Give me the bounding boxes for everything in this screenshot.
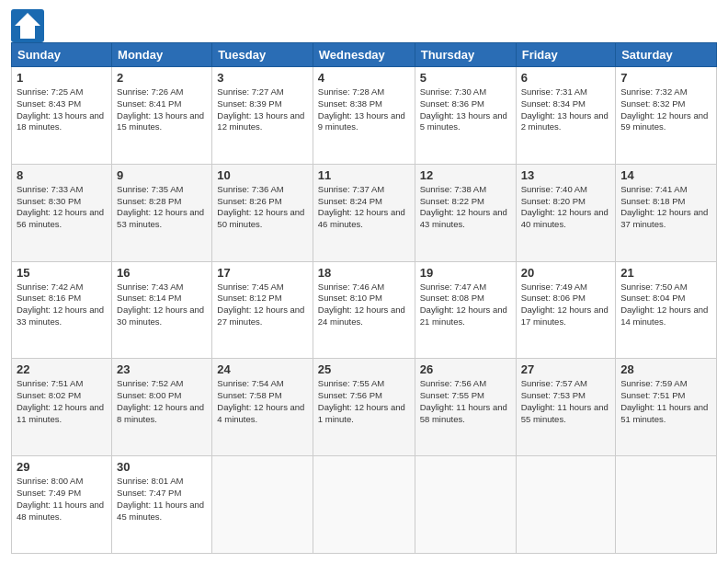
calendar-cell: 11Sunrise: 7:37 AMSunset: 8:24 PMDayligh…: [313, 164, 415, 261]
day-number: 15: [17, 266, 107, 280]
day-info: Sunrise: 7:49 AMSunset: 8:06 PMDaylight:…: [521, 282, 611, 328]
day-number: 4: [318, 71, 410, 85]
day-number: 9: [117, 168, 207, 182]
day-info: Sunrise: 7:40 AMSunset: 8:20 PMDaylight:…: [521, 184, 611, 231]
day-info: Sunrise: 7:43 AMSunset: 8:14 PMDaylight:…: [117, 282, 207, 328]
day-info: Sunrise: 7:46 AMSunset: 8:10 PMDaylight:…: [318, 282, 410, 328]
week-row-5: 29Sunrise: 8:00 AMSunset: 7:49 PMDayligh…: [12, 456, 717, 554]
day-number: 25: [318, 362, 410, 376]
day-of-week-wednesday: Wednesday: [313, 43, 415, 67]
day-info: Sunrise: 7:41 AMSunset: 8:18 PMDaylight:…: [620, 184, 711, 231]
day-number: 6: [521, 71, 611, 85]
day-info: Sunrise: 7:42 AMSunset: 8:16 PMDaylight:…: [17, 282, 107, 328]
calendar-cell: 29Sunrise: 8:00 AMSunset: 7:49 PMDayligh…: [12, 456, 112, 554]
day-number: 26: [420, 362, 511, 376]
calendar-cell: 15Sunrise: 7:42 AMSunset: 8:16 PMDayligh…: [12, 261, 112, 359]
day-info: Sunrise: 7:30 AMSunset: 8:36 PMDaylight:…: [420, 86, 511, 133]
calendar-cell: 23Sunrise: 7:52 AMSunset: 8:00 PMDayligh…: [112, 359, 212, 456]
day-info: Sunrise: 8:00 AMSunset: 7:49 PMDaylight:…: [17, 476, 107, 523]
day-info: Sunrise: 7:33 AMSunset: 8:30 PMDaylight:…: [17, 184, 107, 231]
day-number: 29: [17, 460, 107, 474]
calendar-cell: 27Sunrise: 7:57 AMSunset: 7:53 PMDayligh…: [516, 359, 616, 456]
week-row-3: 15Sunrise: 7:42 AMSunset: 8:16 PMDayligh…: [12, 261, 717, 359]
day-of-week-monday: Monday: [112, 43, 212, 67]
day-info: Sunrise: 7:51 AMSunset: 8:02 PMDaylight:…: [17, 378, 107, 425]
day-number: 23: [117, 362, 207, 376]
day-number: 20: [521, 266, 611, 280]
day-info: Sunrise: 7:32 AMSunset: 8:32 PMDaylight:…: [620, 86, 711, 133]
day-number: 21: [620, 266, 711, 280]
calendar-cell: 17Sunrise: 7:45 AMSunset: 8:12 PMDayligh…: [212, 261, 313, 359]
week-row-1: 1Sunrise: 7:25 AMSunset: 8:43 PMDaylight…: [12, 67, 717, 165]
calendar-body: 1Sunrise: 7:25 AMSunset: 8:43 PMDaylight…: [12, 67, 717, 554]
day-number: 27: [521, 362, 611, 376]
day-number: 1: [17, 71, 107, 85]
day-number: 19: [420, 266, 511, 280]
calendar-cell: 20Sunrise: 7:49 AMSunset: 8:06 PMDayligh…: [516, 261, 616, 359]
day-number: 3: [217, 71, 307, 85]
day-number: 24: [217, 362, 307, 376]
day-info: Sunrise: 7:52 AMSunset: 8:00 PMDaylight:…: [117, 378, 207, 425]
day-number: 5: [420, 71, 511, 85]
day-info: Sunrise: 7:35 AMSunset: 8:28 PMDaylight:…: [117, 184, 207, 231]
day-info: Sunrise: 7:25 AMSunset: 8:43 PMDaylight:…: [17, 86, 107, 133]
day-info: Sunrise: 7:28 AMSunset: 8:38 PMDaylight:…: [318, 86, 410, 133]
day-number: 16: [117, 266, 207, 280]
day-number: 10: [217, 168, 307, 182]
day-info: Sunrise: 7:27 AMSunset: 8:39 PMDaylight:…: [217, 86, 307, 133]
day-info: Sunrise: 7:26 AMSunset: 8:41 PMDaylight:…: [117, 86, 207, 133]
calendar-cell: [516, 456, 616, 554]
calendar-cell: 28Sunrise: 7:59 AMSunset: 7:51 PMDayligh…: [616, 359, 717, 456]
calendar-cell: 16Sunrise: 7:43 AMSunset: 8:14 PMDayligh…: [112, 261, 212, 359]
calendar-cell: 4Sunrise: 7:28 AMSunset: 8:38 PMDaylight…: [313, 67, 415, 165]
calendar-cell: 5Sunrise: 7:30 AMSunset: 8:36 PMDaylight…: [415, 67, 516, 165]
calendar-cell: 2Sunrise: 7:26 AMSunset: 8:41 PMDaylight…: [112, 67, 212, 165]
day-info: Sunrise: 7:31 AMSunset: 8:34 PMDaylight:…: [521, 86, 611, 133]
day-number: 13: [521, 168, 611, 182]
calendar-cell: 9Sunrise: 7:35 AMSunset: 8:28 PMDaylight…: [112, 164, 212, 261]
calendar-cell: 19Sunrise: 7:47 AMSunset: 8:08 PMDayligh…: [415, 261, 516, 359]
calendar-cell: 7Sunrise: 7:32 AMSunset: 8:32 PMDaylight…: [616, 67, 717, 165]
day-info: Sunrise: 7:56 AMSunset: 7:55 PMDaylight:…: [420, 378, 511, 425]
day-number: 28: [620, 362, 711, 376]
day-info: Sunrise: 7:59 AMSunset: 7:51 PMDaylight:…: [620, 378, 711, 425]
calendar-cell: 26Sunrise: 7:56 AMSunset: 7:55 PMDayligh…: [415, 359, 516, 456]
calendar-table: SundayMondayTuesdayWednesdayThursdayFrid…: [11, 42, 717, 554]
calendar-cell: 21Sunrise: 7:50 AMSunset: 8:04 PMDayligh…: [616, 261, 717, 359]
calendar-cell: 25Sunrise: 7:55 AMSunset: 7:56 PMDayligh…: [313, 359, 415, 456]
day-info: Sunrise: 7:36 AMSunset: 8:26 PMDaylight:…: [217, 184, 307, 231]
day-of-week-saturday: Saturday: [616, 43, 717, 67]
calendar-cell: 22Sunrise: 7:51 AMSunset: 8:02 PMDayligh…: [12, 359, 112, 456]
day-info: Sunrise: 7:45 AMSunset: 8:12 PMDaylight:…: [217, 282, 307, 328]
week-row-2: 8Sunrise: 7:33 AMSunset: 8:30 PMDaylight…: [12, 164, 717, 261]
header: [11, 9, 717, 35]
calendar-cell: 18Sunrise: 7:46 AMSunset: 8:10 PMDayligh…: [313, 261, 415, 359]
day-number: 8: [17, 168, 107, 182]
day-info: Sunrise: 7:37 AMSunset: 8:24 PMDaylight:…: [318, 184, 410, 231]
day-number: 11: [318, 168, 410, 182]
day-of-week-tuesday: Tuesday: [212, 43, 313, 67]
day-info: Sunrise: 7:50 AMSunset: 8:04 PMDaylight:…: [620, 282, 711, 328]
day-info: Sunrise: 7:38 AMSunset: 8:22 PMDaylight:…: [420, 184, 511, 231]
day-info: Sunrise: 7:54 AMSunset: 7:58 PMDaylight:…: [217, 378, 307, 425]
day-of-week-sunday: Sunday: [12, 43, 112, 67]
logo: [11, 9, 40, 35]
calendar-cell: 6Sunrise: 7:31 AMSunset: 8:34 PMDaylight…: [516, 67, 616, 165]
calendar-cell: 8Sunrise: 7:33 AMSunset: 8:30 PMDaylight…: [12, 164, 112, 261]
day-of-week-thursday: Thursday: [415, 43, 516, 67]
calendar-cell: 14Sunrise: 7:41 AMSunset: 8:18 PMDayligh…: [616, 164, 717, 261]
day-number: 17: [217, 266, 307, 280]
day-number: 30: [117, 460, 207, 474]
calendar-cell: [415, 456, 516, 554]
day-info: Sunrise: 7:57 AMSunset: 7:53 PMDaylight:…: [521, 378, 611, 425]
calendar-cell: [212, 456, 313, 554]
day-info: Sunrise: 8:01 AMSunset: 7:47 PMDaylight:…: [117, 476, 207, 523]
calendar-cell: 30Sunrise: 8:01 AMSunset: 7:47 PMDayligh…: [112, 456, 212, 554]
day-number: 22: [17, 362, 107, 376]
page: SundayMondayTuesdayWednesdayThursdayFrid…: [0, 0, 728, 563]
logo-icon: [11, 9, 37, 35]
calendar-cell: 24Sunrise: 7:54 AMSunset: 7:58 PMDayligh…: [212, 359, 313, 456]
calendar-cell: [616, 456, 717, 554]
day-number: 7: [620, 71, 711, 85]
calendar-cell: 12Sunrise: 7:38 AMSunset: 8:22 PMDayligh…: [415, 164, 516, 261]
